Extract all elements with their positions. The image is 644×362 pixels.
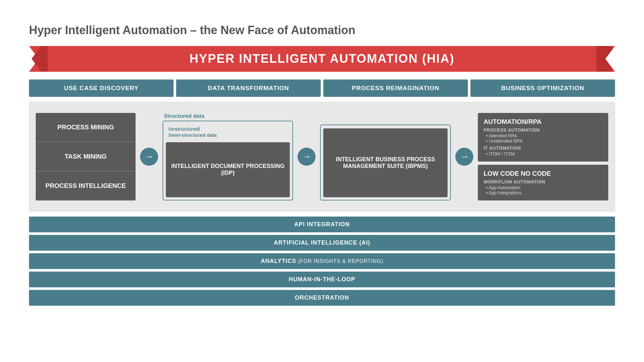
unstructured-label: Unstructured/ Semi-structured data [166,125,290,140]
arrow-1-icon: → [140,148,158,166]
main-content-area: PROCESS MINING TASK MINING PROCESS INTEL… [29,102,615,211]
api-integration-bar: API INTEGRATION [29,217,615,232]
attended-rpa-item: Attended RPA [484,133,602,138]
it-automation-subtitle: IT AUTOMATION [484,145,602,151]
col-header-1: USE CASE DISCOVERY [29,79,174,97]
analytics-bar: ANALYTICS (FOR INSIGHTS & REPORTING) [29,253,615,269]
reimag-spacer [320,113,450,125]
structured-data-label: Structured data [163,113,293,119]
arrow-2-cell: → [297,148,316,166]
hia-banner-text: HYPER INTELLIGENT AUTOMATION (HIA) [189,52,454,66]
app-integrations-item: App Integrations [484,190,602,195]
hia-banner: HYPER INTELLIGENT AUTOMATION (HIA) [29,46,615,72]
ai-bar: ARTIFICIAL INTELLIGENCE (AI) [29,235,615,251]
reimagination-column: INTELLIGENT BUSINESS PROCESS MANAGEMENT … [320,113,450,200]
automation-rpa-title: AUTOMATION/RPA [484,118,602,125]
banner-left-notch [32,46,48,72]
automation-rpa-section: AUTOMATION/RPA PROCESS AUTOMATION Attend… [478,113,608,162]
left-panel: PROCESS MINING TASK MINING PROCESS INTEL… [36,113,136,200]
process-intelligence-item: PROCESS INTELLIGENCE [36,172,136,200]
orchestration-bar: ORCHESTRATION [29,290,615,306]
low-code-section: LOW CODE NO CODE WORKFLOW AUTOMATION App… [478,165,608,200]
low-code-title: LOW CODE NO CODE [484,170,602,177]
unattended-rpa-item: Unattended RPA [484,138,602,144]
col-header-4: BUSINESS OPTIMIZATION [470,79,615,97]
inner-content-grid: PROCESS MINING TASK MINING PROCESS INTEL… [36,113,608,200]
slide: Hyper Intelligent Automation – the New F… [13,11,631,352]
task-mining-item: TASK MINING [36,142,136,172]
page-title: Hyper Intelligent Automation – the New F… [29,23,615,37]
workflow-automation-subtitle: WORKFLOW AUTOMATION [484,179,602,184]
app-automation-item: App Automation [484,185,602,190]
process-mining-item: PROCESS MINING [36,113,136,142]
structured-data-box: Unstructured/ Semi-structured data INTEL… [163,121,293,200]
middle-column: Structured data Unstructured/ Semi-struc… [163,113,293,200]
bottom-bars: API INTEGRATION ARTIFICIAL INTELLIGENCE … [29,217,615,306]
ibpms-outer-box: INTELLIGENT BUSINESS PROCESS MANAGEMENT … [320,125,450,200]
col-header-2: DATA TRANSFORMATION [176,79,321,97]
process-automation-subtitle: PROCESS AUTOMATION [484,127,602,133]
idp-box: INTELLIGENT DOCUMENT PROCESSING (IDP) [166,142,290,197]
arrow-3-icon: → [455,148,473,166]
col-header-3: PROCESS REIMAGINATION [323,79,468,97]
arrow-3-cell: → [455,148,474,166]
banner-right-notch [596,46,612,72]
ibpms-box: INTELLIGENT BUSINESS PROCESS MANAGEMENT … [323,128,447,197]
column-headers: USE CASE DISCOVERY DATA TRANSFORMATION P… [29,79,615,97]
arrow-2-icon: → [298,148,316,166]
right-panel: AUTOMATION/RPA PROCESS AUTOMATION Attend… [478,113,608,200]
itom-itsm-item: ITOM / ITSM [484,151,602,156]
human-loop-bar: HUMAN-IN-THE-LOOP [29,272,615,287]
arrow-1-cell: → [139,148,159,166]
